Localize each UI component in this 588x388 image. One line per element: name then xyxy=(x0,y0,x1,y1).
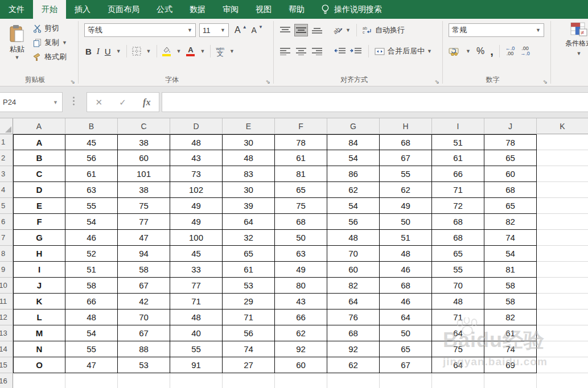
cell-D10[interactable]: 77 xyxy=(170,278,223,294)
conditional-formatting-button[interactable]: ≠ 条件格式 ▼ xyxy=(559,22,588,56)
tab-help[interactable]: 帮助 xyxy=(280,0,313,19)
cell-H16[interactable] xyxy=(380,373,432,388)
cell-E2[interactable]: 48 xyxy=(223,150,275,166)
cell-J2[interactable]: 65 xyxy=(484,150,537,166)
cell-J9[interactable]: 81 xyxy=(484,262,537,278)
column-header-A[interactable]: A xyxy=(13,118,65,134)
phonetic-guide-button[interactable]: wén 文 xyxy=(216,47,224,56)
cell-G9[interactable]: 60 xyxy=(327,262,380,278)
column-header-B[interactable]: B xyxy=(65,118,118,134)
align-left-button[interactable] xyxy=(278,45,292,57)
cell-D7[interactable]: 100 xyxy=(170,230,223,246)
align-middle-button[interactable] xyxy=(294,24,308,36)
cell-H11[interactable]: 46 xyxy=(380,294,432,309)
cell-D8[interactable]: 45 xyxy=(170,246,223,262)
cell-G15[interactable]: 62 xyxy=(327,357,380,373)
cell-C14[interactable]: 88 xyxy=(118,341,170,357)
cell-F10[interactable]: 80 xyxy=(275,278,327,294)
cell-D11[interactable]: 71 xyxy=(170,294,223,309)
name-box-dropdown-arrow[interactable]: ▼ xyxy=(53,100,58,105)
column-header-K[interactable]: K xyxy=(537,118,588,134)
cell-I4[interactable]: 71 xyxy=(432,182,484,198)
cell-E9[interactable]: 61 xyxy=(223,262,275,278)
tab-page-layout[interactable]: 页面布局 xyxy=(99,0,148,19)
accounting-format-button[interactable] xyxy=(449,47,460,56)
cell-C15[interactable]: 53 xyxy=(118,357,170,373)
number-dialog-launcher[interactable]: ⇘ xyxy=(543,79,548,85)
cell-G2[interactable]: 54 xyxy=(327,150,380,166)
cell-D4[interactable]: 102 xyxy=(170,182,223,198)
borders-button[interactable] xyxy=(132,47,141,56)
cell-F1[interactable]: 78 xyxy=(275,134,327,150)
cell-F12[interactable]: 66 xyxy=(275,309,327,325)
wrap-text-button[interactable]: abc 自动换行 xyxy=(363,25,405,35)
cell-H2[interactable]: 67 xyxy=(380,150,432,166)
cell-H4[interactable]: 62 xyxy=(380,182,432,198)
cell-E7[interactable]: 32 xyxy=(223,230,275,246)
cell-D12[interactable]: 48 xyxy=(170,309,223,325)
column-header-D[interactable]: D xyxy=(170,118,223,134)
cell-A3[interactable]: C xyxy=(13,166,65,182)
cell-I6[interactable]: 68 xyxy=(432,214,484,230)
borders-dropdown-arrow[interactable]: ▼ xyxy=(146,48,151,54)
cell-A4[interactable]: D xyxy=(13,182,65,198)
cell-E4[interactable]: 30 xyxy=(223,182,275,198)
tab-formulas[interactable]: 公式 xyxy=(148,0,181,19)
cell-H14[interactable]: 65 xyxy=(380,341,432,357)
cell-J6[interactable]: 82 xyxy=(484,214,537,230)
cell-B12[interactable]: 48 xyxy=(65,309,118,325)
cell-J1[interactable]: 78 xyxy=(484,134,537,150)
orientation-button[interactable]: ab xyxy=(333,26,343,35)
cell-G8[interactable]: 70 xyxy=(327,246,380,262)
cell-A8[interactable]: H xyxy=(13,246,65,262)
cell-H12[interactable]: 64 xyxy=(380,309,432,325)
cell-F11[interactable]: 43 xyxy=(275,294,327,309)
cell-K4[interactable] xyxy=(537,182,588,198)
cell-J14[interactable]: 74 xyxy=(484,341,537,357)
cell-H8[interactable]: 48 xyxy=(380,246,432,262)
cell-J8[interactable]: 54 xyxy=(484,246,537,262)
cell-J11[interactable]: 58 xyxy=(484,294,537,309)
cell-F4[interactable]: 65 xyxy=(275,182,327,198)
tab-data[interactable]: 数据 xyxy=(181,0,214,19)
cell-A6[interactable]: F xyxy=(13,214,65,230)
cell-C11[interactable]: 42 xyxy=(118,294,170,309)
cell-K2[interactable] xyxy=(537,150,588,166)
tab-insert[interactable]: 插入 xyxy=(66,0,99,19)
cell-K11[interactable] xyxy=(537,294,588,309)
merge-center-dropdown-arrow[interactable]: ▼ xyxy=(427,48,432,54)
tab-view[interactable]: 视图 xyxy=(247,0,280,19)
cell-H3[interactable]: 55 xyxy=(380,166,432,182)
cell-I11[interactable]: 48 xyxy=(432,294,484,309)
cell-B2[interactable]: 56 xyxy=(65,150,118,166)
orientation-dropdown-arrow[interactable]: ▼ xyxy=(346,27,351,33)
align-right-button[interactable] xyxy=(310,45,324,57)
cell-H9[interactable]: 46 xyxy=(380,262,432,278)
clipboard-dialog-launcher[interactable]: ⇘ xyxy=(71,79,75,85)
cell-J12[interactable]: 82 xyxy=(484,309,537,325)
cell-J7[interactable]: 74 xyxy=(484,230,537,246)
cell-B9[interactable]: 51 xyxy=(65,262,118,278)
cell-I5[interactable]: 72 xyxy=(432,198,484,214)
tab-review[interactable]: 审阅 xyxy=(214,0,247,19)
cell-G12[interactable]: 76 xyxy=(327,309,380,325)
cell-G10[interactable]: 82 xyxy=(327,278,380,294)
cell-K16[interactable] xyxy=(537,373,588,388)
cell-H13[interactable]: 50 xyxy=(380,325,432,341)
fill-color-dropdown-arrow[interactable]: ▼ xyxy=(176,48,182,54)
cell-D15[interactable]: 91 xyxy=(170,357,223,373)
insert-function-icon[interactable]: fx xyxy=(143,97,150,108)
cell-C10[interactable]: 67 xyxy=(118,278,170,294)
number-format-select[interactable]: 常规 ▼ xyxy=(449,23,544,37)
cell-G13[interactable]: 68 xyxy=(327,325,380,341)
cell-B13[interactable]: 54 xyxy=(65,325,118,341)
cell-K8[interactable] xyxy=(537,246,588,262)
tell-me-search[interactable]: 操作说明搜索 xyxy=(321,0,382,19)
cell-F15[interactable]: 60 xyxy=(275,357,327,373)
cell-G7[interactable]: 48 xyxy=(327,230,380,246)
cell-I13[interactable]: 64 xyxy=(432,325,484,341)
cell-B8[interactable]: 52 xyxy=(65,246,118,262)
cell-I7[interactable]: 68 xyxy=(432,230,484,246)
cell-K3[interactable] xyxy=(537,166,588,182)
cell-K13[interactable] xyxy=(537,325,588,341)
